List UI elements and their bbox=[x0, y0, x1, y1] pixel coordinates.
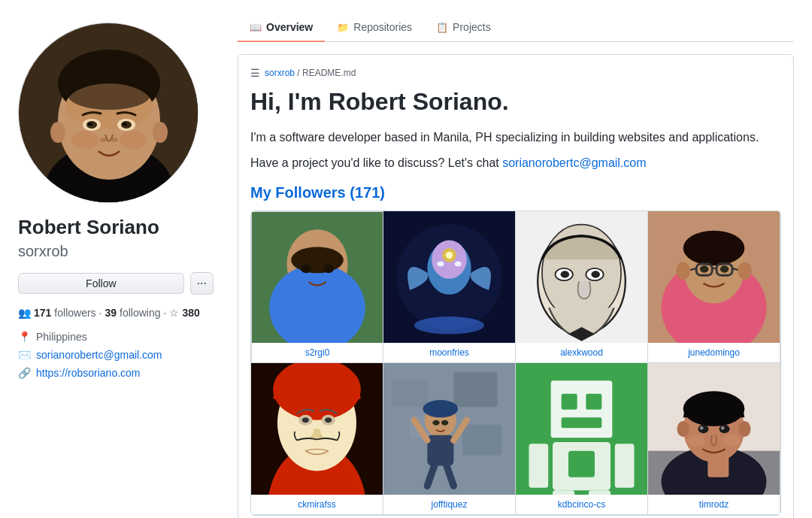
readme-card: ☰ sorxrob / README.md Hi, I'm Robert Sor… bbox=[238, 54, 794, 518]
star-icon: ☆ bbox=[169, 307, 179, 319]
readme-email-link[interactable]: sorianorobertc@gmail.com bbox=[502, 156, 646, 169]
profile-username: sorxrob bbox=[18, 243, 214, 260]
stars-link[interactable]: 380 bbox=[182, 307, 199, 319]
followers-count: 171 bbox=[34, 307, 51, 319]
profile-name: Robert Soriano bbox=[18, 215, 214, 240]
follower-cell-timrodz[interactable]: timrodz bbox=[647, 362, 780, 515]
svg-point-70 bbox=[423, 400, 459, 417]
follower-name-moonfries[interactable]: moonfries bbox=[383, 343, 515, 362]
follower-cell-alexkwood[interactable]: alexkwood bbox=[515, 211, 648, 363]
svg-point-16 bbox=[68, 80, 150, 110]
svg-point-41 bbox=[561, 271, 570, 278]
svg-point-18 bbox=[153, 122, 168, 143]
stat-separator-2: · bbox=[164, 307, 167, 319]
followers-heading: My Followers (171) bbox=[250, 184, 781, 201]
svg-point-24 bbox=[301, 265, 311, 274]
tab-repositories[interactable]: 📁 Repositories bbox=[325, 15, 424, 42]
follow-button[interactable]: Follow bbox=[18, 273, 184, 294]
svg-rect-68 bbox=[462, 425, 502, 456]
svg-point-101 bbox=[700, 426, 704, 430]
location-icon: 📍 bbox=[18, 331, 30, 343]
readme-title: Hi, I'm Robert Soriano. bbox=[250, 88, 781, 116]
more-options-button[interactable]: ··· bbox=[190, 272, 214, 295]
repo-icon: 📁 bbox=[337, 22, 349, 33]
followers-label: followers bbox=[54, 307, 95, 319]
svg-rect-66 bbox=[453, 372, 497, 407]
follower-cell-junedomingo[interactable]: junedomingo bbox=[647, 211, 780, 363]
svg-rect-71 bbox=[427, 435, 453, 466]
follower-name-s2rgi0[interactable]: s2rgi0 bbox=[252, 343, 383, 362]
svg-rect-82 bbox=[586, 394, 601, 410]
svg-point-100 bbox=[720, 425, 730, 434]
tab-overview[interactable]: 📖 Overview bbox=[238, 15, 325, 42]
stat-separator: · bbox=[99, 307, 102, 319]
follower-cell-jofftiquez[interactable]: jofftiquez bbox=[383, 362, 516, 515]
svg-rect-88 bbox=[553, 490, 574, 495]
svg-point-12 bbox=[100, 138, 108, 142]
website-link[interactable]: https://robsoriano.com bbox=[36, 367, 141, 379]
following-link[interactable]: 39 bbox=[105, 307, 117, 319]
svg-point-76 bbox=[432, 420, 439, 426]
svg-point-17 bbox=[50, 122, 65, 143]
svg-rect-81 bbox=[562, 394, 577, 410]
svg-point-15 bbox=[120, 131, 147, 149]
svg-point-32 bbox=[437, 262, 444, 267]
svg-point-52 bbox=[720, 266, 729, 273]
tab-overview-label: Overview bbox=[266, 21, 313, 33]
svg-rect-83 bbox=[562, 418, 602, 429]
svg-point-11 bbox=[123, 123, 127, 126]
svg-point-39 bbox=[591, 271, 600, 278]
svg-point-99 bbox=[698, 425, 709, 434]
followers-count-link[interactable]: 171 bbox=[355, 184, 380, 201]
tab-projects[interactable]: 📋 Projects bbox=[424, 15, 503, 42]
email-item: ✉️ sorianorobertc@gmail.com bbox=[18, 349, 214, 361]
svg-point-14 bbox=[71, 131, 98, 149]
readme-desc2: Have a project you'd like to discuss? Le… bbox=[250, 153, 781, 173]
followers-grid: s2rgi0 bbox=[250, 211, 781, 516]
follower-name-jofftiquez[interactable]: jofftiquez bbox=[383, 495, 515, 514]
tabs-nav: 📖 Overview 📁 Repositories 📋 Projects bbox=[238, 15, 794, 42]
follower-cell-moonfries[interactable]: moonfries bbox=[383, 211, 516, 363]
email-icon: ✉️ bbox=[18, 349, 30, 361]
people-icon: 👥 bbox=[18, 307, 31, 319]
follower-name-timrodz[interactable]: timrodz bbox=[648, 495, 780, 514]
meta-list: 📍 Philippines ✉️ sorianorobertc@gmail.co… bbox=[18, 331, 214, 379]
followers-section: My Followers (171) bbox=[250, 184, 781, 516]
svg-point-77 bbox=[441, 420, 448, 426]
readme-path: sorxrob / README.md bbox=[265, 68, 356, 78]
svg-point-53 bbox=[676, 262, 690, 280]
follower-cell-ckmirafss[interactable]: ckmirafss bbox=[250, 362, 383, 515]
svg-rect-89 bbox=[589, 490, 611, 495]
overview-icon: 📖 bbox=[250, 22, 262, 33]
email-link[interactable]: sorianorobertc@gmail.com bbox=[36, 349, 162, 361]
sidebar: 🎯 Robert Soriano sorxrob Follow ··· 👥 17… bbox=[18, 15, 214, 518]
main-content: 📖 Overview 📁 Repositories 📋 Projects ☰ s… bbox=[238, 15, 794, 518]
svg-point-25 bbox=[323, 265, 334, 274]
svg-point-98 bbox=[738, 421, 750, 437]
follower-avatar-kdbcinco-cs bbox=[516, 363, 647, 495]
svg-point-61 bbox=[325, 418, 332, 423]
svg-point-104 bbox=[723, 435, 740, 447]
follower-cell-s2rgi0[interactable]: s2rgi0 bbox=[251, 211, 383, 363]
follower-name-kdbcinco-cs[interactable]: kdbcinco-cs bbox=[516, 495, 647, 514]
stars-count: 380 bbox=[182, 307, 199, 319]
avatar: 🎯 bbox=[18, 23, 198, 203]
follower-cell-kdbcinco-cs[interactable]: kdbcinco-cs bbox=[515, 362, 648, 515]
follower-avatar-ckmirafss bbox=[251, 363, 383, 495]
svg-rect-65 bbox=[392, 381, 428, 407]
follower-name-junedomingo[interactable]: junedomingo bbox=[648, 343, 780, 362]
location-item: 📍 Philippines bbox=[18, 331, 214, 343]
follower-avatar-junedomingo bbox=[648, 211, 780, 343]
readme-body: Hi, I'm Robert Soriano. I'm a software d… bbox=[250, 88, 781, 516]
follower-avatar-alexkwood bbox=[516, 211, 647, 343]
followers-link[interactable]: 171 bbox=[34, 307, 51, 319]
follower-avatar-s2rgi0 bbox=[252, 212, 383, 343]
achievement-badge[interactable]: 🎯 bbox=[171, 175, 192, 196]
link-icon: 🔗 bbox=[18, 367, 30, 379]
follower-name-ckmirafss[interactable]: ckmirafss bbox=[251, 495, 383, 514]
follower-name-alexkwood[interactable]: alexkwood bbox=[516, 343, 647, 362]
svg-point-51 bbox=[700, 266, 709, 273]
readme-user-link[interactable]: sorxrob bbox=[265, 68, 295, 78]
follow-row: Follow ··· bbox=[18, 272, 214, 295]
svg-point-23 bbox=[291, 247, 344, 274]
